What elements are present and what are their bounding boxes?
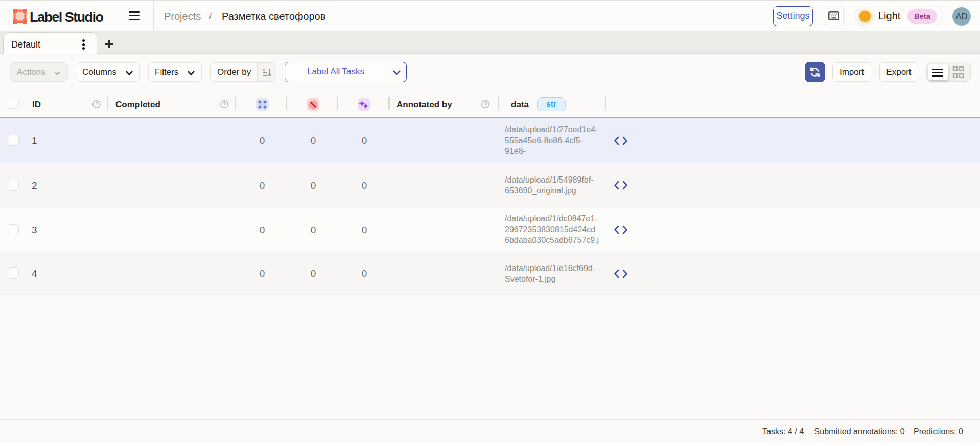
- svg-text:?: ?: [95, 101, 98, 107]
- svg-text:?: ?: [223, 101, 226, 107]
- svg-text:?: ?: [484, 101, 487, 107]
